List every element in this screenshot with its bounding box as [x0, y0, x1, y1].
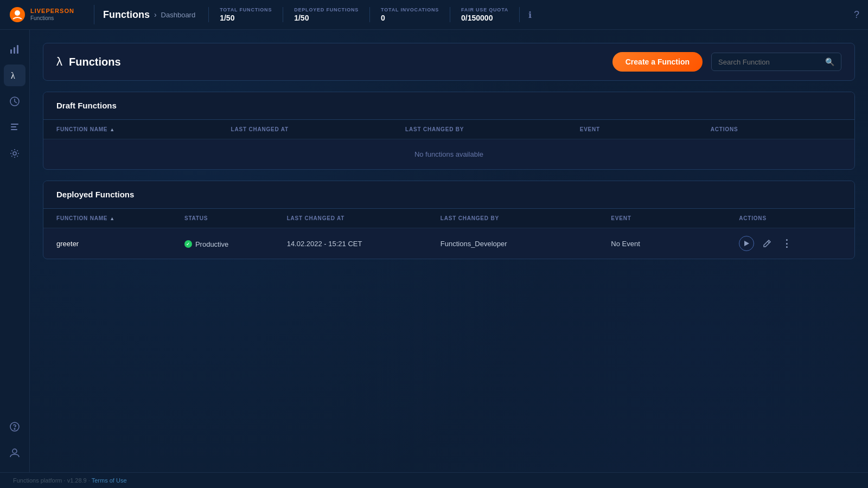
user-icon	[9, 447, 20, 458]
breadcrumb-title: Functions	[103, 9, 150, 21]
svg-rect-3	[14, 47, 15, 54]
row-last-changed-by: Functions_Developer	[441, 240, 611, 248]
svg-rect-8	[11, 126, 16, 127]
content-area: λ Functions Create a Function 🔍 Draft Fu…	[30, 30, 868, 472]
breadcrumb-chevron-icon: ›	[154, 10, 157, 19]
analytics-icon	[9, 44, 20, 55]
footer-text: Functions platform · v1.28.9 ·	[13, 477, 92, 484]
sidebar-item-schedules[interactable]	[4, 91, 25, 112]
sort-arrow-icon: ▲	[110, 216, 115, 221]
brand-name: LIVEPERSON	[30, 8, 74, 15]
breadcrumb-sub: Dashboard	[161, 11, 196, 19]
row-actions: ⋮	[739, 236, 841, 251]
draft-table-header: FUNCTION NAME ▲ LAST CHANGED AT LAST CHA…	[43, 120, 854, 139]
stat-deployed-functions: DEPLOYED FUNCTIONS 1/50	[283, 7, 370, 22]
draft-col-event: EVENT	[580, 126, 711, 132]
deployed-col-last-changed-by: LAST CHANGED BY	[441, 215, 611, 221]
play-icon	[743, 240, 750, 247]
stat-deployed-functions-label: DEPLOYED FUNCTIONS	[294, 7, 359, 12]
sidebar: λ	[0, 30, 30, 472]
row-status: Productive	[184, 239, 287, 248]
stat-total-functions-value: 1/50	[220, 14, 272, 22]
deployed-col-status: STATUS	[184, 215, 287, 221]
info-icon[interactable]: ℹ	[528, 10, 532, 20]
deployed-section-header: Deployed Functions	[43, 181, 854, 209]
sidebar-bottom	[4, 416, 25, 464]
draft-col-actions: ACTIONS	[711, 126, 841, 132]
sidebar-item-settings[interactable]	[4, 143, 25, 164]
nav-divider	[94, 5, 94, 24]
svg-marker-14	[744, 241, 749, 246]
stat-total-invocations: TOTAL INVOCATIONS 0	[370, 7, 450, 22]
draft-col-last-changed-by: LAST CHANGED BY	[405, 126, 580, 132]
liveperson-logo-icon	[9, 6, 26, 23]
breadcrumb: Functions › Dashboard	[103, 9, 195, 21]
sort-arrow-icon: ▲	[110, 127, 115, 132]
svg-point-1	[15, 10, 20, 16]
stat-fair-use-quota-label: FAIR USE QUOTA	[461, 7, 508, 12]
sidebar-item-logs[interactable]	[4, 117, 25, 138]
sidebar-item-analytics[interactable]	[4, 38, 25, 60]
nav-stats: TOTAL FUNCTIONS 1/50 DEPLOYED FUNCTIONS …	[208, 7, 520, 22]
lambda-icon: λ	[9, 70, 20, 81]
status-dot-icon	[184, 240, 192, 248]
stat-total-invocations-value: 0	[381, 14, 439, 22]
row-last-changed-at: 14.02.2022 - 15:21 CET	[287, 240, 441, 248]
deployed-col-last-changed-at: LAST CHANGED AT	[287, 215, 441, 221]
brand-product: Functions	[30, 15, 74, 22]
deployed-col-actions: ACTIONS	[739, 215, 841, 221]
page-title: Functions	[69, 56, 612, 68]
deployed-section-title: Deployed Functions	[56, 190, 134, 199]
svg-point-13	[12, 449, 17, 453]
draft-col-last-changed-at: LAST CHANGED AT	[231, 126, 406, 132]
run-button[interactable]	[739, 236, 754, 251]
svg-rect-9	[11, 129, 17, 130]
clock-icon	[9, 96, 20, 107]
sidebar-item-help[interactable]	[4, 416, 25, 438]
svg-point-10	[13, 152, 16, 155]
question-icon	[9, 421, 20, 432]
deployed-col-event: EVENT	[611, 215, 739, 221]
svg-point-12	[14, 428, 15, 429]
draft-section-title: Draft Functions	[56, 101, 117, 110]
search-box: 🔍	[711, 53, 841, 71]
deployed-functions-section: Deployed Functions FUNCTION NAME ▲ STATU…	[43, 181, 855, 259]
svg-rect-7	[11, 124, 18, 125]
stat-total-invocations-label: TOTAL INVOCATIONS	[381, 7, 439, 12]
search-input[interactable]	[718, 58, 821, 66]
status-badge: Productive	[184, 240, 228, 248]
deployed-col-function-name: FUNCTION NAME ▲	[56, 215, 184, 221]
more-options-button[interactable]: ⋮	[780, 237, 793, 250]
footer: Functions platform · v1.28.9 · Terms of …	[0, 472, 868, 488]
svg-line-15	[768, 241, 769, 243]
table-row: greeter Productive 14.02.2022 - 15:21 CE…	[43, 228, 854, 259]
main-layout: λ	[0, 30, 868, 472]
row-function-name: greeter	[56, 240, 184, 248]
deployed-table-header: FUNCTION NAME ▲ STATUS LAST CHANGED AT L…	[43, 209, 854, 228]
page-header: λ Functions Create a Function 🔍	[43, 43, 855, 81]
draft-section-header: Draft Functions	[43, 92, 854, 120]
stat-fair-use-quota: FAIR USE QUOTA 0/150000	[450, 7, 520, 22]
draft-col-function-name: FUNCTION NAME ▲	[56, 126, 231, 132]
search-icon: 🔍	[825, 57, 834, 66]
svg-rect-4	[17, 45, 18, 54]
brand-logo: LIVEPERSON Functions	[9, 6, 74, 23]
top-nav: LIVEPERSON Functions Functions › Dashboa…	[0, 0, 868, 30]
sidebar-item-functions[interactable]: λ	[4, 65, 25, 86]
svg-rect-2	[10, 49, 12, 54]
edit-button[interactable]	[761, 237, 774, 250]
sidebar-item-user[interactable]	[4, 442, 25, 464]
help-nav-icon[interactable]: ?	[854, 9, 859, 21]
edit-icon	[763, 239, 771, 248]
draft-functions-section: Draft Functions FUNCTION NAME ▲ LAST CHA…	[43, 92, 855, 170]
row-event: No Event	[611, 240, 739, 248]
stat-total-functions: TOTAL FUNCTIONS 1/50	[208, 7, 283, 22]
svg-text:λ: λ	[11, 71, 15, 80]
stat-total-functions-label: TOTAL FUNCTIONS	[220, 7, 272, 12]
draft-empty-message: No functions available	[43, 139, 854, 169]
actions-cell: ⋮	[739, 236, 841, 251]
stat-fair-use-quota-value: 0/150000	[461, 14, 508, 22]
create-function-button[interactable]: Create a Function	[612, 52, 703, 72]
gear-icon	[9, 148, 20, 159]
terms-of-use-link[interactable]: Terms of Use	[92, 477, 127, 484]
